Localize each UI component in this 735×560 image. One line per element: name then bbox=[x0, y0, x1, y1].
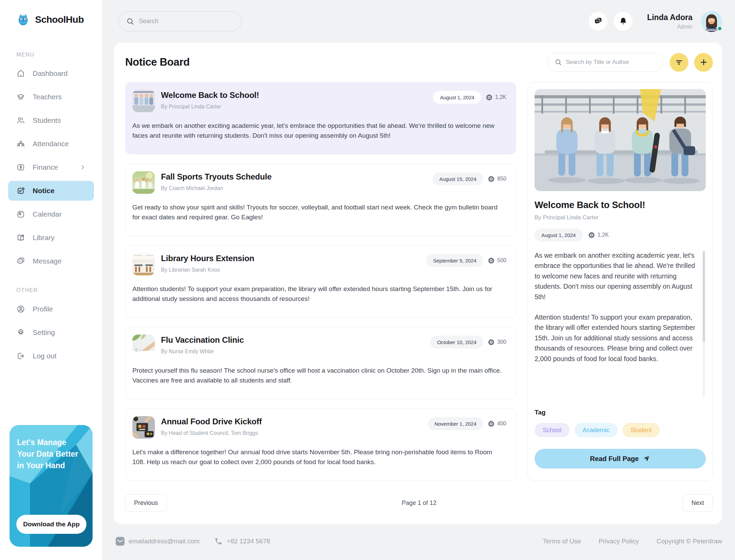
next-page-button[interactable]: Next bbox=[683, 494, 713, 512]
sidebar-item-label: Message bbox=[33, 257, 62, 265]
pagination: Previous Page 1 of 12 Next bbox=[125, 494, 713, 512]
logout-icon bbox=[16, 352, 25, 360]
sidebar-item-logout[interactable]: Log out bbox=[8, 346, 94, 366]
sidebar-item-library[interactable]: Library bbox=[8, 228, 94, 248]
sidebar-item-label: Profile bbox=[33, 305, 53, 313]
profile-icon bbox=[16, 305, 25, 313]
global-search-input[interactable] bbox=[139, 18, 234, 25]
detail-paragraph: Attention students! To support your exam… bbox=[535, 312, 697, 364]
attendance-icon bbox=[16, 139, 25, 148]
notice-author: By Coach Michael Jordan bbox=[161, 185, 272, 191]
tag-student[interactable]: Student bbox=[622, 423, 660, 437]
notice-body: As we embark on another exciting academi… bbox=[132, 121, 506, 141]
footer-email-text: emailaddress@mail.com bbox=[129, 538, 199, 545]
bell-icon bbox=[619, 17, 628, 26]
views-count: 300 bbox=[497, 339, 506, 345]
sidebar-item-label: Notice bbox=[33, 187, 54, 195]
views-count: 1,2K bbox=[598, 232, 609, 238]
detail-body: As we embark on another exciting academi… bbox=[535, 250, 706, 399]
privacy-link[interactable]: Privacy Policy bbox=[599, 538, 639, 545]
plus-icon bbox=[699, 58, 708, 67]
tag-school[interactable]: School bbox=[535, 423, 570, 437]
notice-card[interactable]: Welcome Back to School! By Principal Lin… bbox=[125, 82, 516, 154]
notice-body: Get ready to show your spirit and skills… bbox=[132, 202, 506, 222]
detail-date-badge: August 1, 2024 bbox=[535, 228, 583, 241]
notice-body: Let's make a difference together! Our an… bbox=[132, 447, 506, 467]
notice-views: 500 bbox=[488, 257, 506, 264]
sidebar-item-teachers[interactable]: Teachers bbox=[8, 87, 94, 107]
scrollbar-thumb[interactable] bbox=[703, 251, 705, 342]
sidebar-item-attendance[interactable]: Attendance bbox=[8, 134, 94, 154]
tag-academic[interactable]: Academic bbox=[574, 423, 618, 437]
avatar[interactable] bbox=[701, 11, 722, 32]
views-count: 500 bbox=[497, 257, 506, 264]
notice-card[interactable]: Fall Sports Tryouts Schedule By Coach Mi… bbox=[125, 164, 516, 236]
sidebar-item-notice[interactable]: Notice bbox=[8, 181, 94, 201]
copyright-text: Copyright © Peterdraw bbox=[657, 538, 722, 545]
notice-card[interactable]: Annual Food Drive Kickoff By Head of Stu… bbox=[125, 408, 516, 481]
detail-paragraph: As we embark on another exciting academi… bbox=[535, 250, 697, 302]
main-column: Linda Adora Admin bbox=[102, 0, 735, 560]
chat-button[interactable] bbox=[589, 12, 607, 31]
sidebar-item-finance[interactable]: Finance bbox=[8, 157, 94, 177]
notice-title: Annual Food Drive Kickoff bbox=[161, 417, 262, 426]
page-title: Notice Board bbox=[125, 56, 190, 68]
sidebar-item-profile[interactable]: Profile bbox=[8, 299, 94, 319]
previous-page-button[interactable]: Previous bbox=[125, 494, 167, 512]
notifications-button[interactable] bbox=[614, 12, 633, 31]
detail-author: By Principal Linda Carter bbox=[535, 214, 706, 221]
sidebar-item-dashboard[interactable]: Dashboard bbox=[8, 64, 94, 83]
terms-link[interactable]: Terms of Use bbox=[543, 538, 581, 545]
panel-header: Notice Board bbox=[125, 53, 713, 72]
sidebar-item-students[interactable]: Students bbox=[8, 111, 94, 130]
download-app-button[interactable]: Download the App bbox=[16, 515, 86, 534]
views-icon bbox=[488, 176, 494, 182]
notice-title: Welcome Back to School! bbox=[161, 90, 259, 100]
promo-title: Let's Manage Your Data Better in Your Ha… bbox=[17, 437, 85, 471]
notice-date-badge: September 5, 2024 bbox=[426, 254, 484, 267]
sidebar-item-label: Students bbox=[33, 116, 61, 124]
filter-button[interactable] bbox=[670, 53, 688, 72]
notice-card[interactable]: Library Hours Extension By Librarian Sar… bbox=[125, 245, 516, 318]
menu-section-label: MENU bbox=[16, 52, 102, 58]
home-icon bbox=[16, 69, 25, 78]
search-icon bbox=[126, 17, 134, 26]
notice-author: By Nurse Emily White bbox=[161, 349, 244, 355]
footer-email: emailaddress@mail.com bbox=[116, 537, 199, 546]
views-count: 400 bbox=[497, 421, 506, 427]
book-icon bbox=[16, 233, 25, 242]
detail-title: Welcome Back to School! bbox=[535, 200, 706, 210]
notice-content: Welcome Back to School! By Principal Lin… bbox=[125, 82, 713, 481]
read-full-page-label: Read Full Page bbox=[590, 455, 639, 463]
footer-phone-text: +82 1234 5678 bbox=[227, 538, 270, 545]
notice-title: Library Hours Extension bbox=[161, 254, 254, 263]
notice-card[interactable]: Flu Vaccination Clinic By Nurse Emily Wh… bbox=[125, 327, 516, 399]
sidebar-item-message[interactable]: Message bbox=[8, 251, 94, 271]
online-status-dot bbox=[717, 26, 722, 31]
search-icon bbox=[555, 58, 562, 66]
page-indicator: Page 1 of 12 bbox=[402, 499, 436, 507]
notice-views: 300 bbox=[488, 339, 506, 345]
sidebar-item-label: Teachers bbox=[33, 93, 62, 101]
add-notice-button[interactable] bbox=[694, 53, 713, 72]
notice-thumbnail bbox=[132, 416, 155, 439]
detail-meta: August 1, 2024 1,2K bbox=[535, 228, 706, 241]
views-icon bbox=[488, 421, 494, 427]
sidebar-other: Profile Setting Log out bbox=[0, 293, 102, 366]
notice-author: By Principal Linda Carter bbox=[161, 104, 259, 110]
read-full-page-button[interactable]: Read Full Page bbox=[535, 449, 706, 469]
app-logo: SchoolHub bbox=[0, 0, 102, 27]
user-info: Linda Adora Admin bbox=[647, 13, 692, 30]
chat-icon bbox=[593, 17, 603, 26]
promo-card: Let's Manage Your Data Better in Your Ha… bbox=[10, 425, 93, 547]
notice-author: By Head of Student Council, Tom Briggs bbox=[161, 430, 262, 436]
footer-links: Terms of Use Privacy Policy Copyright © … bbox=[543, 538, 722, 545]
tag-section-label: Tag bbox=[535, 409, 706, 416]
notice-search-input[interactable] bbox=[566, 59, 657, 66]
detail-scrollbar[interactable] bbox=[703, 251, 705, 397]
sidebar-item-setting[interactable]: Setting bbox=[8, 323, 94, 342]
dollar-icon bbox=[16, 163, 25, 172]
notice-views: 850 bbox=[488, 176, 506, 182]
sidebar-item-calendar[interactable]: Calendar bbox=[8, 204, 94, 224]
sidebar: SchoolHub MENU Dashboard Teachers Studen… bbox=[0, 0, 102, 560]
